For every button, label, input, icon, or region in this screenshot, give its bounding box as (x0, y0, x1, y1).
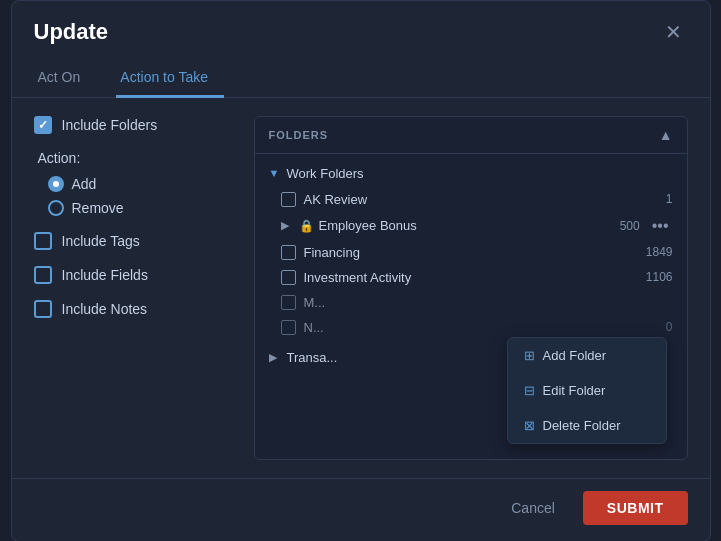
include-notes-row: Include Notes (34, 300, 234, 318)
edit-folder-label: Edit Folder (543, 383, 606, 398)
folder-checkbox-ak-review[interactable] (281, 192, 296, 207)
folder-count-financing: 1849 (646, 245, 673, 259)
include-notes-label: Include Notes (62, 301, 148, 317)
include-fields-label: Include Fields (62, 267, 148, 283)
modal-header: Update ✕ (12, 1, 710, 45)
transactions-chevron: ▶ (269, 351, 283, 364)
radio-remove-label: Remove (72, 200, 124, 216)
list-item[interactable]: AK Review 1 (255, 187, 687, 212)
context-menu-delete-folder[interactable]: ⊠ Delete Folder (508, 408, 666, 443)
work-folders-label: Work Folders (287, 166, 673, 181)
radio-add[interactable] (48, 176, 64, 192)
context-menu: ⊞ Add Folder ⊟ Edit Folder ⊠ Delete Fold… (507, 337, 667, 444)
action-section: Action: Add Remove (38, 150, 234, 216)
folder-count-ak-review: 1 (666, 192, 673, 206)
add-folder-icon: ⊞ (524, 348, 535, 363)
folder-name-investment: Investment Activity (304, 270, 646, 285)
folder-name-truncated1: M... (304, 295, 673, 310)
submit-button[interactable]: SUBMIT (583, 491, 688, 525)
context-menu-add-folder[interactable]: ⊞ Add Folder (508, 338, 666, 373)
work-folders-row[interactable]: ▼ Work Folders (255, 160, 687, 187)
modal-title: Update (34, 19, 109, 45)
folder-count-employee-bonus: 500 (620, 219, 640, 233)
folders-panel: FOLDERS ▲ ▼ Work Folders AK Review 1 ▶ (254, 116, 688, 460)
radio-remove[interactable] (48, 200, 64, 216)
include-folders-checkbox[interactable] (34, 116, 52, 134)
include-notes-checkbox[interactable] (34, 300, 52, 318)
folder-checkbox-truncated1[interactable] (281, 295, 296, 310)
include-tags-checkbox[interactable] (34, 232, 52, 250)
include-fields-checkbox[interactable] (34, 266, 52, 284)
tab-action-to-take[interactable]: Action to Take (116, 59, 224, 98)
tabs-bar: Act On Action to Take (12, 51, 710, 98)
list-item[interactable]: Investment Activity 1106 (255, 265, 687, 290)
delete-folder-icon: ⊠ (524, 418, 535, 433)
include-tags-label: Include Tags (62, 233, 140, 249)
include-folders-label: Include Folders (62, 117, 158, 133)
folder-name-truncated2: N... (304, 320, 666, 335)
left-panel: Include Folders Action: Add Remove Inclu… (34, 116, 234, 460)
modal-body: Include Folders Action: Add Remove Inclu… (12, 98, 710, 478)
include-fields-row: Include Fields (34, 266, 234, 284)
edit-folder-icon: ⊟ (524, 383, 535, 398)
modal-footer: Cancel SUBMIT (12, 478, 710, 541)
list-item[interactable]: N... 0 (255, 315, 687, 340)
folders-header: FOLDERS ▲ (255, 117, 687, 154)
include-tags-row: Include Tags (34, 232, 234, 250)
work-folders-chevron: ▼ (269, 167, 283, 179)
list-item[interactable]: Financing 1849 (255, 240, 687, 265)
employee-bonus-chevron: ▶ (281, 219, 295, 232)
radio-add-label: Add (72, 176, 97, 192)
action-label: Action: (38, 150, 234, 166)
folder-checkbox-truncated2[interactable] (281, 320, 296, 335)
add-folder-label: Add Folder (543, 348, 607, 363)
list-item[interactable]: ▶ 🔒 Employee Bonus 500 ••• (255, 212, 687, 240)
list-item[interactable]: M... (255, 290, 687, 315)
close-button[interactable]: ✕ (659, 20, 688, 44)
folder-count-investment: 1106 (646, 270, 673, 284)
include-folders-row: Include Folders (34, 116, 234, 134)
remove-radio-row: Remove (48, 200, 234, 216)
folder-count-truncated2: 0 (666, 320, 673, 334)
cancel-button[interactable]: Cancel (495, 492, 571, 524)
folder-name-financing: Financing (304, 245, 646, 260)
add-radio-row: Add (48, 176, 234, 192)
update-modal: Update ✕ Act On Action to Take Include F… (11, 0, 711, 541)
lock-icon: 🔒 (299, 219, 313, 233)
folder-checkbox-financing[interactable] (281, 245, 296, 260)
folder-name-employee-bonus: Employee Bonus (319, 218, 620, 233)
folders-panel-title: FOLDERS (269, 129, 329, 141)
folder-checkbox-investment[interactable] (281, 270, 296, 285)
folders-collapse-icon[interactable]: ▲ (659, 127, 673, 143)
folder-dots-button[interactable]: ••• (648, 217, 673, 235)
folder-name-ak-review: AK Review (304, 192, 666, 207)
delete-folder-label: Delete Folder (543, 418, 621, 433)
tab-act-on[interactable]: Act On (34, 59, 97, 98)
context-menu-edit-folder[interactable]: ⊟ Edit Folder (508, 373, 666, 408)
